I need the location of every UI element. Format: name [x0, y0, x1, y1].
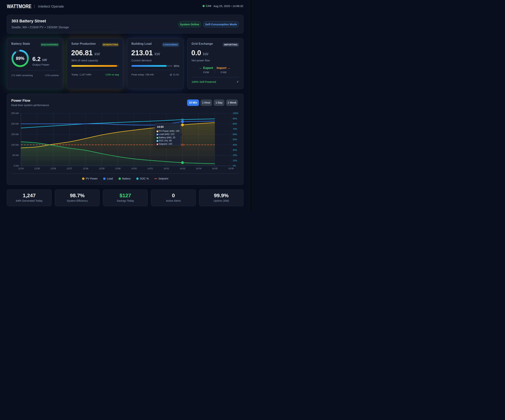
svg-text:90%: 90% — [233, 117, 237, 120]
svg-text:200 kW: 200 kW — [11, 123, 19, 125]
svg-text:14:02: 14:02 — [164, 167, 169, 170]
svg-text:13:59: 13:59 — [99, 167, 104, 170]
svg-text:50%: 50% — [233, 138, 237, 141]
svg-text:250 kW: 250 kW — [11, 112, 19, 115]
svg-text:14:01: 14:01 — [147, 167, 153, 170]
svg-text:70%: 70% — [233, 128, 237, 130]
svg-text:20%: 20% — [233, 154, 237, 157]
svg-text:0 kW: 0 kW — [14, 165, 19, 167]
svg-text:30%: 30% — [233, 149, 237, 151]
svg-text:13:57: 13:57 — [67, 167, 72, 170]
svg-text:14:05: 14:05 — [212, 167, 218, 170]
svg-text:40%: 40% — [233, 144, 237, 146]
svg-text:50 kW: 50 kW — [13, 154, 19, 157]
svg-text:100%: 100% — [233, 112, 239, 115]
svg-text:14:00: 14:00 — [131, 167, 137, 170]
svg-text:80%: 80% — [233, 123, 237, 125]
svg-text:150 kW: 150 kW — [11, 133, 19, 136]
svg-text:60%: 60% — [233, 133, 237, 136]
svg-text:89%: 89% — [16, 56, 24, 61]
svg-text:0%: 0% — [233, 165, 236, 167]
svg-text:14:03: 14:03 — [180, 167, 185, 170]
svg-text:14:04: 14:04 — [196, 167, 201, 170]
svg-text:13:54: 13:54 — [18, 167, 24, 170]
svg-text:10%: 10% — [233, 159, 237, 162]
svg-text:13:60: 13:60 — [115, 167, 120, 170]
svg-text:13:58: 13:58 — [83, 167, 88, 170]
svg-text:13:55: 13:55 — [34, 167, 40, 170]
svg-text:13:56: 13:56 — [50, 167, 56, 170]
svg-text:14:06: 14:06 — [228, 167, 234, 170]
svg-text:100 kW: 100 kW — [11, 144, 19, 146]
